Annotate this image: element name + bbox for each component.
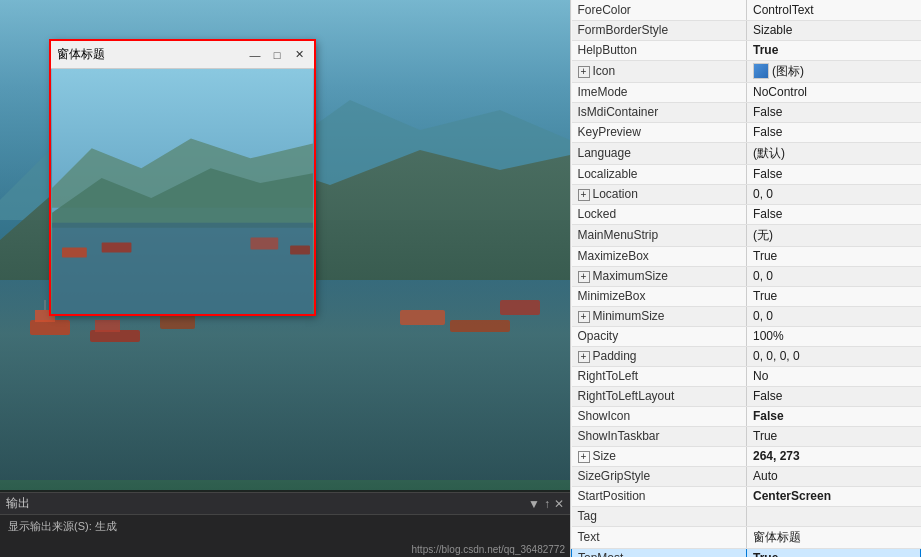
close-output-icon[interactable]: ✕ xyxy=(554,497,564,511)
property-row[interactable]: ForeColorControlText xyxy=(572,0,921,20)
property-row[interactable]: +Icon (图标) xyxy=(572,60,921,82)
property-name: ImeMode xyxy=(572,82,747,102)
property-name: +Icon xyxy=(572,60,747,82)
property-value: No xyxy=(747,366,921,386)
property-name: RightToLeft xyxy=(572,366,747,386)
property-value: 100% xyxy=(747,326,921,346)
property-row[interactable]: +Location0, 0 xyxy=(572,184,921,204)
dropdown-icon[interactable]: ▼ xyxy=(528,497,540,511)
property-row[interactable]: SizeGripStyleAuto xyxy=(572,466,921,486)
property-value: False xyxy=(747,386,921,406)
form-titlebar: 窗体标题 — □ ✕ xyxy=(51,41,314,69)
watermark: https://blog.csdn.net/qq_36482772 xyxy=(412,544,565,555)
property-row[interactable]: +Padding0, 0, 0, 0 xyxy=(572,346,921,366)
property-row[interactable]: HelpButtonTrue xyxy=(572,40,921,60)
property-name: MaximizeBox xyxy=(572,246,747,266)
property-name: RightToLeftLayout xyxy=(572,386,747,406)
property-value: Auto xyxy=(747,466,921,486)
left-panel: 窗体标题 — □ ✕ xyxy=(0,0,570,557)
svg-rect-19 xyxy=(102,243,132,253)
svg-rect-17 xyxy=(52,223,313,314)
properties-table: ForeColorControlTextFormBorderStyleSizab… xyxy=(571,0,921,557)
property-name: Language xyxy=(572,142,747,164)
property-row[interactable]: +MaximumSize0, 0 xyxy=(572,266,921,286)
property-value: CenterScreen xyxy=(747,486,921,506)
property-value: False xyxy=(747,102,921,122)
property-row[interactable]: Text窗体标题 xyxy=(572,526,921,548)
property-value: False xyxy=(747,406,921,426)
maximize-button[interactable]: □ xyxy=(268,46,286,64)
minimize-button[interactable]: — xyxy=(246,46,264,64)
property-name: SizeGripStyle xyxy=(572,466,747,486)
property-name: Locked xyxy=(572,204,747,224)
icon-cell: (图标) xyxy=(753,63,915,80)
property-value: 264, 273 xyxy=(747,446,921,466)
expand-icon[interactable]: + xyxy=(578,451,590,463)
expand-icon[interactable]: + xyxy=(578,66,590,78)
property-value: (图标) xyxy=(747,60,921,82)
property-value: Sizable xyxy=(747,20,921,40)
property-row[interactable]: +Size264, 273 xyxy=(572,446,921,466)
property-row[interactable]: TopMostTrue xyxy=(572,548,921,557)
form-inner-svg xyxy=(51,69,314,314)
svg-rect-20 xyxy=(250,238,278,250)
property-row[interactable]: Opacity100% xyxy=(572,326,921,346)
pin-icon[interactable]: ↑ xyxy=(544,497,550,511)
property-name: ShowInTaskbar xyxy=(572,426,747,446)
property-row[interactable]: Tag xyxy=(572,506,921,526)
property-name: +Location xyxy=(572,184,747,204)
property-value: True xyxy=(747,286,921,306)
property-name: KeyPreview xyxy=(572,122,747,142)
property-value: False xyxy=(747,204,921,224)
property-row[interactable]: Language(默认) xyxy=(572,142,921,164)
property-icon xyxy=(753,63,769,79)
expand-icon[interactable]: + xyxy=(578,189,590,201)
property-row[interactable]: MinimizeBoxTrue xyxy=(572,286,921,306)
expand-icon[interactable]: + xyxy=(578,271,590,283)
property-name: Tag xyxy=(572,506,747,526)
property-row[interactable]: ImeModeNoControl xyxy=(572,82,921,102)
source-label: 显示输出来源(S): 生成 xyxy=(8,520,117,532)
property-name: IsMdiContainer xyxy=(572,102,747,122)
property-name: ForeColor xyxy=(572,0,747,20)
property-value: NoControl xyxy=(747,82,921,102)
property-row[interactable]: LockedFalse xyxy=(572,204,921,224)
property-value: 0, 0 xyxy=(747,184,921,204)
property-name: TopMost xyxy=(572,548,747,557)
property-name: +MaximumSize xyxy=(572,266,747,286)
property-name: HelpButton xyxy=(572,40,747,60)
close-button[interactable]: ✕ xyxy=(290,46,308,64)
output-title: 输出 xyxy=(6,495,30,512)
property-value: False xyxy=(747,122,921,142)
property-row[interactable]: ShowIconFalse xyxy=(572,406,921,426)
form-content xyxy=(51,69,314,314)
property-name: ShowIcon xyxy=(572,406,747,426)
property-name: +Padding xyxy=(572,346,747,366)
main-container: 窗体标题 — □ ✕ xyxy=(0,0,921,557)
property-row[interactable]: MainMenuStrip(无) xyxy=(572,224,921,246)
property-row[interactable]: +MinimumSize0, 0 xyxy=(572,306,921,326)
bottom-toolbar-icons: ▼ ↑ ✕ xyxy=(528,497,564,511)
svg-rect-18 xyxy=(62,248,87,258)
property-row[interactable]: StartPositionCenterScreen xyxy=(572,486,921,506)
output-content: 显示输出来源(S): 生成 xyxy=(0,515,570,538)
property-value: True xyxy=(747,548,921,557)
property-row[interactable]: KeyPreviewFalse xyxy=(572,122,921,142)
property-row[interactable]: IsMdiContainerFalse xyxy=(572,102,921,122)
property-value: True xyxy=(747,246,921,266)
expand-icon[interactable]: + xyxy=(578,311,590,323)
property-row[interactable]: LocalizableFalse xyxy=(572,164,921,184)
property-name: Opacity xyxy=(572,326,747,346)
property-row[interactable]: RightToLeftLayoutFalse xyxy=(572,386,921,406)
property-name: MinimizeBox xyxy=(572,286,747,306)
property-row[interactable]: RightToLeftNo xyxy=(572,366,921,386)
property-row[interactable]: MaximizeBoxTrue xyxy=(572,246,921,266)
property-name: FormBorderStyle xyxy=(572,20,747,40)
property-row[interactable]: FormBorderStyleSizable xyxy=(572,20,921,40)
property-name: Localizable xyxy=(572,164,747,184)
property-name: StartPosition xyxy=(572,486,747,506)
property-value: (默认) xyxy=(747,142,921,164)
form-controls: — □ ✕ xyxy=(246,46,308,64)
expand-icon[interactable]: + xyxy=(578,351,590,363)
property-row[interactable]: ShowInTaskbarTrue xyxy=(572,426,921,446)
